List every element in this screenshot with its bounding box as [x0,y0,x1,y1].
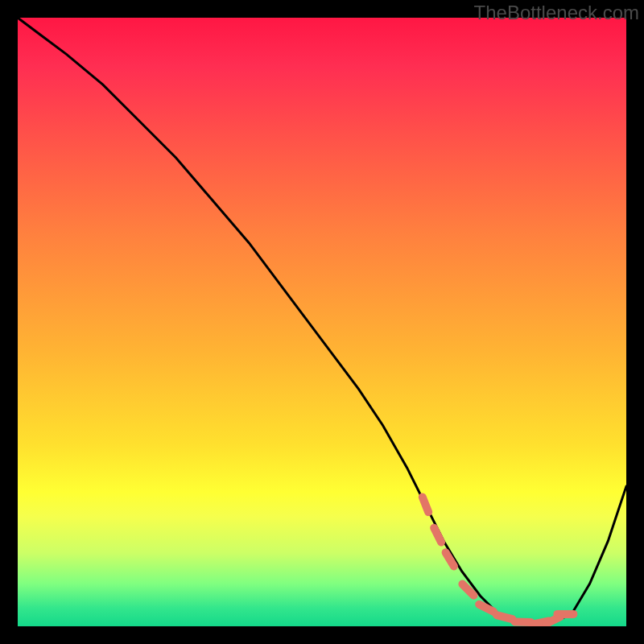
chart-plot-area [18,18,626,626]
chart-curve-layer [18,18,626,626]
bottleneck-curve [18,18,626,623]
optimal-marker [434,528,441,543]
optimal-range-markers [423,497,574,625]
optimal-marker [515,621,531,622]
optimal-marker [497,615,512,619]
watermark-text: TheBottleneck.com [474,2,639,24]
optimal-marker [423,497,428,513]
